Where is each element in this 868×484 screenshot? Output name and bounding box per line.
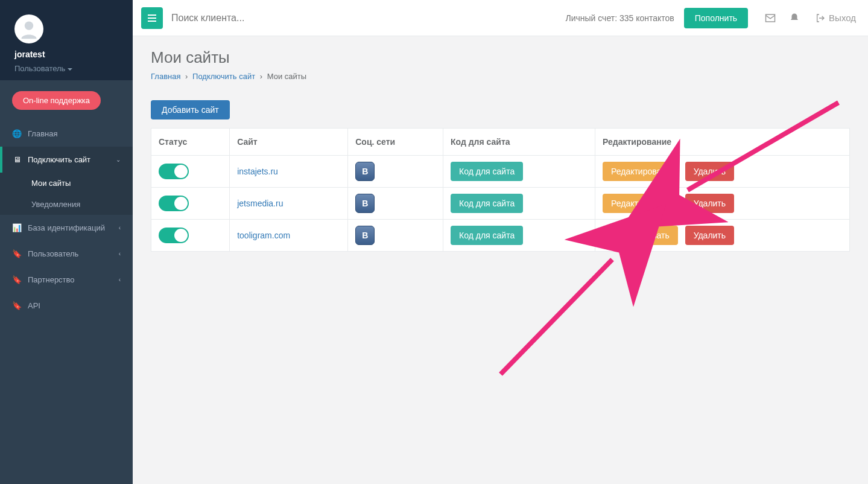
status-toggle[interactable] [159,228,189,243]
vk-icon[interactable]: В [355,226,375,245]
subnav-my-sites[interactable]: Мои сайты [0,173,133,194]
breadcrumb-home[interactable]: Главная [151,72,180,81]
edit-button[interactable]: Редактировать [603,194,678,213]
logout-label: Выход [829,13,856,23]
nav-connect-site[interactable]: 🖥 Подключить сайт ⌄ [0,147,133,173]
nav-ident-db[interactable]: 📊 База идентификаций ‹ [0,215,133,241]
breadcrumb-current: Мои сайты [267,72,306,81]
bookmark-icon: 🔖 [12,249,22,258]
chart-icon: 📊 [12,223,22,232]
nav-connect-label: Подключить сайт [28,155,116,164]
edit-button[interactable]: Редактировать [603,226,678,245]
menu-toggle-button[interactable] [141,7,163,29]
logout-link[interactable]: Выход [816,13,856,23]
chevron-down-icon: ⌄ [116,156,121,163]
delete-button[interactable]: Удалить [685,194,734,213]
annotation-arrow-bottom [495,247,627,382]
table-row: tooligram.com В Код для сайта Редактиров… [151,220,850,252]
breadcrumb-connect[interactable]: Подключить сайт [192,72,255,81]
subnav-notifications[interactable]: Уведомления [0,194,133,215]
th-code: Код для сайта [443,129,595,156]
nav-partner[interactable]: 🔖 Партнерство ‹ [0,267,133,293]
code-button[interactable]: Код для сайта [451,226,523,245]
nav-partner-label: Партнерство [28,275,119,284]
delete-button[interactable]: Удалить [685,226,734,245]
table-row: instajets.ru В Код для сайта Редактирова… [151,156,850,188]
account-balance: Личный счет: 335 контактов [565,13,674,23]
table-row: jetsmedia.ru В Код для сайта Редактирова… [151,188,850,220]
search-input[interactable] [171,13,352,24]
site-link[interactable]: tooligram.com [237,231,290,240]
caret-down-icon [68,68,72,71]
svg-line-2 [501,260,612,374]
subnav-connect: Мои сайты Уведомления [0,173,133,215]
nav-home[interactable]: 🌐 Главная [0,121,133,147]
breadcrumb: Главная › Подключить сайт › Мои сайты [151,72,850,81]
nav-home-label: Главная [28,129,121,138]
svg-point-0 [25,21,33,30]
topbar: Личный счет: 335 контактов Пополнить Вых… [133,0,868,36]
vk-icon[interactable]: В [355,162,375,181]
sites-table: Статус Сайт Соц. сети Код для сайта Реда… [151,128,850,252]
site-link[interactable]: instajets.ru [237,167,278,176]
th-status: Статус [151,129,230,156]
code-button[interactable]: Код для сайта [451,194,523,213]
topup-button[interactable]: Пополнить [684,8,748,28]
globe-icon: 🌐 [12,129,22,138]
nav-user-label: Пользователь [28,249,119,258]
page-title: Мои сайты [151,48,850,67]
th-site: Сайт [230,129,348,156]
chevron-left-icon: ‹ [119,224,121,231]
main: Личный счет: 335 контактов Пополнить Вых… [133,0,868,484]
avatar [14,14,43,43]
support-button[interactable]: On-line поддержка [12,91,101,110]
nav-api-label: API [28,301,121,310]
monitor-icon: 🖥 [12,155,22,164]
chevron-left-icon: ‹ [119,250,121,257]
role-label: Пользователь [14,64,65,73]
mail-icon[interactable] [765,13,777,24]
chevron-left-icon: ‹ [119,276,121,283]
th-social: Соц. сети [348,129,443,156]
sidebar: joratest Пользователь On-line поддержка … [0,0,133,484]
code-button[interactable]: Код для сайта [451,162,523,181]
nav-ident-label: База идентификаций [28,223,119,232]
username: joratest [14,49,118,59]
nav-menu: 🌐 Главная 🖥 Подключить сайт ⌄ Мои сайты … [0,121,133,319]
bookmark-icon: 🔖 [12,275,22,284]
nav-user[interactable]: 🔖 Пользователь ‹ [0,241,133,267]
nav-api[interactable]: 🔖 API [0,293,133,319]
bookmark-icon: 🔖 [12,301,22,310]
add-site-button[interactable]: Добавить сайт [151,100,230,119]
profile-block: joratest Пользователь [0,0,133,80]
content: Мои сайты Главная › Подключить сайт › Мо… [133,36,868,264]
role-dropdown[interactable]: Пользователь [14,64,118,73]
edit-button[interactable]: Редактировать [603,162,678,181]
bell-icon[interactable] [789,13,801,24]
status-toggle[interactable] [159,196,189,211]
delete-button[interactable]: Удалить [685,162,734,181]
site-link[interactable]: jetsmedia.ru [237,199,283,208]
vk-icon[interactable]: В [355,194,375,213]
th-editing: Редактирование [595,129,850,156]
status-toggle[interactable] [159,164,189,179]
